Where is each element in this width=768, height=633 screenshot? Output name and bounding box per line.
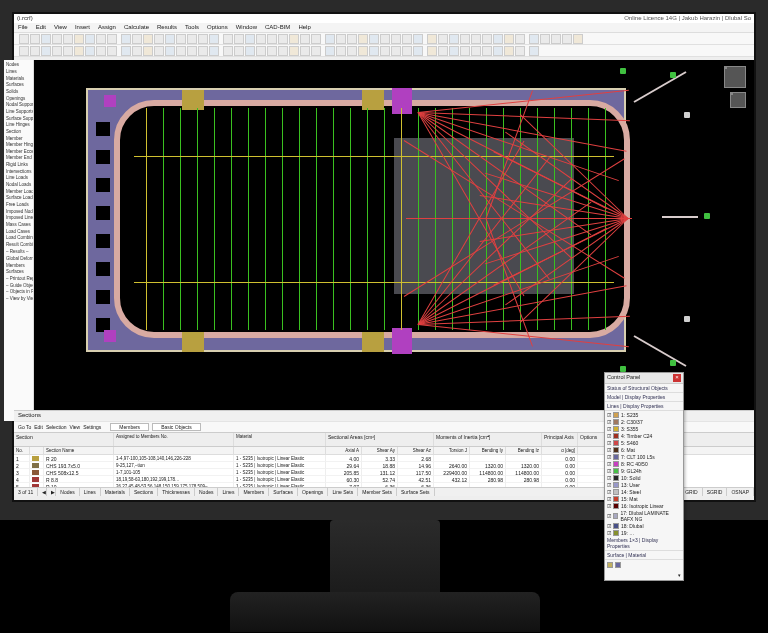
menu-tools[interactable]: Tools	[183, 24, 201, 31]
navigator-item[interactable]: Member Hinges	[6, 142, 31, 149]
toolbar-button[interactable]	[380, 34, 390, 44]
menu-insert[interactable]: Insert	[73, 24, 92, 31]
paginator[interactable]: 3 of 11	[14, 488, 38, 496]
navigator-item[interactable]: Openings	[6, 95, 31, 102]
toolbar-button[interactable]	[460, 46, 470, 56]
navigator-item[interactable]: Materials	[6, 75, 31, 82]
toolbar-button[interactable]	[96, 34, 106, 44]
cp-sec-model[interactable]: Model | Display Properties	[605, 393, 683, 402]
toolbar-button[interactable]	[30, 34, 40, 44]
cp-sec-status[interactable]: Status of Structural Objects	[605, 384, 683, 393]
menu-options[interactable]: Options	[205, 24, 230, 31]
toolbar-button[interactable]	[143, 46, 153, 56]
view-cube-secondary[interactable]	[730, 92, 746, 108]
material-item[interactable]: ☑7: CLT 100 L5s	[605, 453, 683, 460]
toolbar-button[interactable]	[256, 46, 266, 56]
toolbar-button[interactable]	[529, 46, 539, 56]
toolbar-button[interactable]	[52, 46, 62, 56]
sections-filter-dropdown[interactable]: Basic Objects	[152, 423, 201, 431]
toolbar-button[interactable]	[427, 46, 437, 56]
toolbar-button[interactable]	[187, 34, 197, 44]
toolbar-button[interactable]	[471, 46, 481, 56]
material-item[interactable]: ☑6: Mat	[605, 446, 683, 453]
control-panel-title[interactable]: Control Panel ×	[605, 373, 683, 384]
navigator-item[interactable]: Nodal Loads	[6, 182, 31, 189]
navigator-item[interactable]: Load Combinations	[6, 235, 31, 242]
toolbar-button[interactable]	[63, 46, 73, 56]
table-tab[interactable]: Thicknesses	[158, 488, 195, 496]
toolbar-button[interactable]	[198, 34, 208, 44]
table-tab[interactable]: Nodes	[195, 488, 218, 496]
toolbar-button[interactable]	[413, 34, 423, 44]
toolbar-button[interactable]	[234, 34, 244, 44]
toolbar-button[interactable]	[438, 46, 448, 56]
toolbar-button[interactable]	[245, 34, 255, 44]
table-tab[interactable]: Lines	[80, 488, 101, 496]
toolbar-button[interactable]	[165, 34, 175, 44]
toolbar-button[interactable]	[391, 34, 401, 44]
material-item[interactable]: ☑4: Timber C24	[605, 432, 683, 439]
toolbar-button[interactable]	[358, 34, 368, 44]
toolbar-button[interactable]	[132, 46, 142, 56]
toolbar-button[interactable]	[358, 46, 368, 56]
toolbar-button[interactable]	[154, 46, 164, 56]
toolbar-button[interactable]	[245, 46, 255, 56]
table-tab[interactable]: Materials	[101, 488, 130, 496]
view-cube[interactable]	[724, 66, 746, 88]
toolbar-button[interactable]	[209, 46, 219, 56]
navigator-item[interactable]: Member End Releases	[6, 155, 31, 162]
menu-calculate[interactable]: Calculate	[122, 24, 151, 31]
material-item[interactable]: ☑3: S355	[605, 425, 683, 432]
toolbar-button[interactable]	[529, 34, 539, 44]
navigator-item[interactable]: – Results –	[6, 249, 31, 256]
toolbar-button[interactable]	[256, 34, 266, 44]
toolbar-button[interactable]	[493, 46, 503, 56]
toolbar-button[interactable]	[41, 46, 51, 56]
navigator-item[interactable]: Load Cases	[6, 228, 31, 235]
navigator-item[interactable]: Surface Loads	[6, 195, 31, 202]
navigator-item[interactable]: Surfaces	[6, 82, 31, 89]
status-grid[interactable]: GRID	[681, 488, 703, 496]
toolbar-button[interactable]	[515, 34, 525, 44]
toolbar-button[interactable]	[289, 46, 299, 56]
navigator-item[interactable]: Global Deformations	[6, 256, 31, 263]
toolbar-button[interactable]	[311, 46, 321, 56]
toolbar-button[interactable]	[562, 34, 572, 44]
toolbar-button[interactable]	[223, 34, 233, 44]
navigator-item[interactable]: Rigid Links	[6, 162, 31, 169]
toolbar-button[interactable]	[449, 34, 459, 44]
navigator-item[interactable]: Imposed Line Deformations	[6, 215, 31, 222]
toolbar-button[interactable]	[107, 46, 117, 56]
toolbar-row-2[interactable]	[14, 45, 754, 57]
toolbar-button[interactable]	[438, 34, 448, 44]
toolbar-button[interactable]	[347, 34, 357, 44]
navigator-item[interactable]: Line Hinges	[6, 122, 31, 129]
table-tab[interactable]: Sections	[130, 488, 158, 496]
material-item[interactable]: ☑1: S235	[605, 411, 683, 418]
table-tab[interactable]: Surface Sets	[397, 488, 435, 496]
material-item[interactable]: ☑5: S460	[605, 439, 683, 446]
navigator-item[interactable]: Surfaces	[6, 269, 31, 276]
table-tab[interactable]: Member Sets	[358, 488, 397, 496]
material-item[interactable]: ☑17: Dlubal LAMINATE BAFX NG	[605, 509, 683, 522]
toolbar-button[interactable]	[402, 46, 412, 56]
toolbar-button[interactable]	[143, 34, 153, 44]
toolbar-button[interactable]	[30, 46, 40, 56]
toolbar-button[interactable]	[278, 34, 288, 44]
toolbar-button[interactable]	[85, 34, 95, 44]
expand-icon[interactable]: ▾	[678, 572, 681, 578]
navigator-item[interactable]: Member Loads	[6, 188, 31, 195]
toolbar-button[interactable]	[74, 46, 84, 56]
toolbar-button[interactable]	[482, 46, 492, 56]
close-icon[interactable]: ×	[673, 374, 681, 382]
material-item[interactable]: ☑2: C30/37	[605, 418, 683, 425]
toolbar-button[interactable]	[63, 34, 73, 44]
menu-file[interactable]: File	[16, 24, 30, 31]
toolbar-button[interactable]	[41, 34, 51, 44]
toolbar-button[interactable]	[449, 46, 459, 56]
toolbar-button[interactable]	[325, 34, 335, 44]
toolbar-button[interactable]	[325, 46, 335, 56]
navigator-item[interactable]: Free Loads	[6, 202, 31, 209]
toolbar-button[interactable]	[380, 46, 390, 56]
sections-members-dropdown[interactable]: Members	[110, 423, 149, 431]
